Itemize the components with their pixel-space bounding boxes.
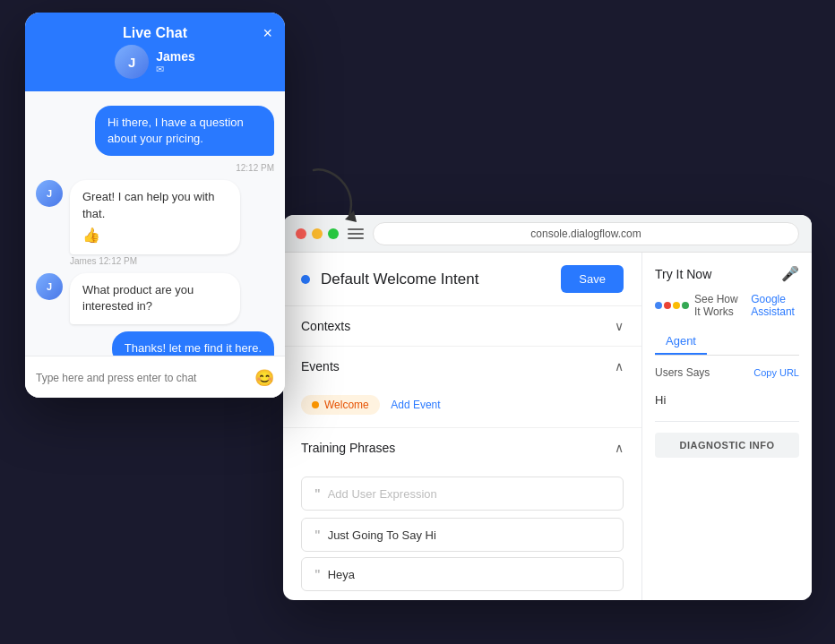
email-icon: ✉ [156, 64, 195, 75]
chat-header: × Live Chat J James ✉ [25, 13, 285, 91]
contexts-title: Contexts [301, 319, 350, 333]
bubble: Great! I can help you with that. 👍 [70, 180, 240, 254]
url-bar[interactable]: console.dialogflow.com [373, 222, 799, 245]
chat-title: Live Chat [123, 25, 187, 41]
users-says-label: Users Says [655, 366, 710, 379]
events-area: Welcome Add Event [283, 386, 641, 427]
dialogflow-window: console.dialogflow.com Default Welcome I… [283, 215, 812, 600]
events-title: Events [301, 359, 340, 374]
close-button[interactable]: × [263, 25, 272, 41]
traffic-lights [296, 228, 339, 239]
add-expression-box[interactable]: " Add User Expression [301, 477, 624, 511]
google-dot-blue [655, 302, 662, 309]
users-says-row: Users Says Copy URL [655, 366, 799, 379]
google-dot-yellow [673, 302, 680, 309]
phrase-text: Heya [328, 568, 355, 581]
events-header[interactable]: Events ∧ [283, 347, 641, 386]
chat-input[interactable] [36, 372, 247, 384]
hamburger-icon[interactable] [348, 228, 364, 239]
try-header: Try It Now 🎤 [655, 265, 799, 282]
google-logo [655, 302, 689, 309]
google-assistant-link[interactable]: Google Assistant [751, 293, 799, 318]
agent-name-time: James 12:12 PM [70, 256, 274, 266]
see-how-works: See How It Works Google Assistant [655, 293, 799, 318]
quote-icon: " [314, 567, 321, 581]
agent-message-2: J What product are you interested in? [36, 273, 274, 323]
contexts-section: Contexts ∨ [283, 306, 641, 347]
df-main: Default Welcome Intent Save Contexts ∨ E… [283, 253, 641, 600]
google-dot-red [664, 302, 671, 309]
events-section: Events ∧ Welcome Add Event [283, 347, 641, 428]
event-tag: Welcome [301, 395, 380, 415]
minimize-traffic-light[interactable] [312, 228, 323, 239]
hi-text: Hi [655, 390, 799, 410]
training-phrase-1[interactable]: " Just Going To Say Hi [301, 518, 624, 552]
add-expression-placeholder: Add User Expression [328, 487, 437, 501]
agent-avatar: J [36, 273, 63, 300]
try-now-panel: Try It Now 🎤 See How It Works Google Ass… [641, 253, 812, 600]
chat-user-info: J James ✉ [115, 45, 195, 79]
training-area: " Add User Expression " Just Going To Sa… [283, 468, 641, 600]
agent-avatar: J [36, 180, 63, 207]
mic-icon[interactable]: 🎤 [781, 265, 799, 282]
try-now-title: Try It Now [655, 267, 711, 281]
user-message-1: Hi there, I have a question about your p… [36, 106, 274, 156]
df-content: Default Welcome Intent Save Contexts ∨ E… [283, 253, 812, 600]
try-tabs: Agent [655, 329, 799, 356]
bubble: Hi there, I have a question about your p… [95, 106, 274, 156]
quote-icon: " [314, 528, 321, 542]
diagnostic-button[interactable]: DIAGNOSTIC INFO [655, 433, 799, 458]
chevron-up-icon-2: ∧ [615, 441, 624, 455]
chat-input-area: 😊 [25, 356, 285, 398]
divider [655, 421, 799, 422]
agent-message-1: J Great! I can help you with that. 👍 [36, 180, 274, 254]
emoji: 👍 [82, 226, 228, 245]
chevron-down-icon: ∨ [615, 319, 624, 333]
event-dot [312, 401, 319, 408]
close-traffic-light[interactable] [296, 228, 306, 239]
msg-time: 12:12 PM [36, 163, 274, 173]
save-button[interactable]: Save [561, 265, 624, 293]
avatar: J [115, 45, 149, 79]
training-phrase-2[interactable]: " Heya [301, 557, 624, 591]
training-phrases-header[interactable]: Training Phrases ∧ [283, 428, 641, 468]
bubble: What product are you interested in? [70, 273, 240, 323]
contexts-header[interactable]: Contexts ∨ [283, 306, 641, 346]
see-how-text: See How It Works [694, 293, 745, 318]
user-message-2: Thanks! let me find it here. [36, 331, 274, 356]
emoji-button[interactable]: 😊 [254, 368, 274, 388]
maximize-traffic-light[interactable] [328, 228, 339, 239]
live-chat-window: × Live Chat J James ✉ Hi there, I have a… [25, 13, 285, 398]
chevron-up-icon: ∧ [615, 359, 624, 374]
chat-messages: Hi there, I have a question about your p… [25, 91, 285, 356]
tab-agent[interactable]: Agent [655, 329, 707, 355]
intent-title: Default Welcome Intent [321, 270, 550, 288]
intent-dot [301, 275, 310, 284]
add-event-link[interactable]: Add Event [391, 399, 440, 411]
df-header: Default Welcome Intent Save [283, 253, 641, 306]
phrase-text: Just Going To Say Hi [328, 528, 436, 542]
training-phrases-title: Training Phrases [301, 441, 395, 455]
copy-url-button[interactable]: Copy URL [753, 367, 799, 378]
bubble: Thanks! let me find it here. [112, 331, 274, 356]
user-details: James ✉ [156, 49, 195, 75]
quote-icon: " [314, 486, 321, 501]
browser-chrome: console.dialogflow.com [283, 215, 812, 253]
user-name: James [156, 49, 195, 64]
training-phrases-section: Training Phrases ∧ " Add User Expression… [283, 428, 641, 600]
google-dot-green [682, 302, 689, 309]
